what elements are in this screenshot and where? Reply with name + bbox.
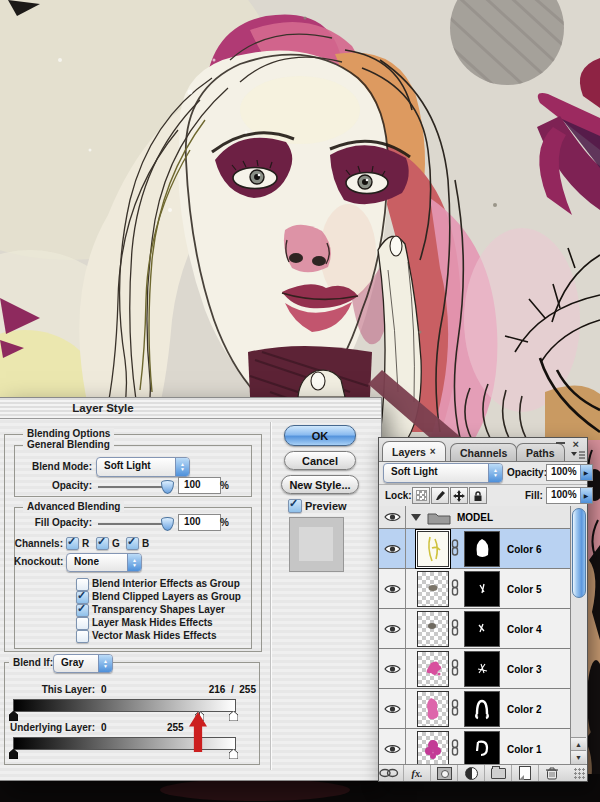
scrollbar-thumb[interactable]	[572, 508, 586, 598]
layer-row[interactable]: Color 2	[379, 689, 571, 729]
ok-button[interactable]: OK	[284, 425, 356, 446]
visibility-toggle[interactable]	[379, 689, 406, 728]
fill-opacity-field[interactable]: 100	[178, 514, 221, 531]
layer-thumbnail[interactable]	[417, 611, 449, 647]
layer-mask-hides-checkbox[interactable]	[76, 617, 89, 630]
panel-blend-mode-select[interactable]: Soft Light ▲▼	[383, 463, 503, 483]
layer-name: Color 2	[507, 703, 541, 714]
blend-mode-label: Blend Mode:	[20, 461, 92, 472]
layer-group-row[interactable]: MODEL	[379, 506, 571, 529]
layer-thumbnail[interactable]	[417, 531, 449, 567]
layer-style-dialog: Layer Style Blending Options General Ble…	[0, 397, 382, 781]
this-layer-white-slider[interactable]	[229, 711, 238, 721]
scroll-down-button[interactable]: ▼	[571, 750, 586, 764]
opacity-slider[interactable]	[98, 486, 170, 488]
close-icon[interactable]: ×	[573, 439, 579, 449]
layer-row[interactable]: Color 6	[379, 529, 571, 569]
channel-b-label: B	[142, 538, 149, 549]
delete-layer-button[interactable]	[543, 765, 561, 781]
this-layer-black-slider[interactable]	[9, 711, 18, 721]
panel-resize-grip[interactable]	[574, 768, 585, 779]
cancel-button[interactable]: Cancel	[284, 451, 356, 470]
channel-r-label: R	[82, 538, 89, 549]
tab-layers[interactable]: Layers ×	[382, 441, 446, 461]
layers-panel-toolbar: fx.	[379, 764, 587, 781]
trash-icon	[545, 766, 559, 780]
tab-channels[interactable]: Channels	[450, 443, 517, 461]
layer-mask-thumbnail[interactable]	[464, 731, 500, 764]
transparency-shapes-checkbox[interactable]	[76, 604, 89, 617]
layer-row[interactable]: Color 5	[379, 569, 571, 609]
layers-scrollbar[interactable]: ▲ ▼	[570, 506, 587, 764]
add-layer-mask-button[interactable]	[435, 765, 453, 781]
fill-label: Fill:	[525, 490, 543, 501]
layer-row[interactable]: Color 4	[379, 609, 571, 649]
expand-arrow-icon[interactable]	[411, 514, 421, 521]
visibility-toggle[interactable]	[379, 729, 406, 764]
lock-label: Lock:	[385, 490, 412, 501]
blend-opacity-row: Soft Light ▲▼ Opacity: 100% ▶	[379, 461, 587, 485]
visibility-toggle[interactable]	[379, 569, 406, 608]
visibility-toggle[interactable]	[379, 609, 406, 648]
underlying-black-slider[interactable]	[9, 749, 18, 759]
layer-mask-thumbnail[interactable]	[464, 691, 500, 727]
layer-mask-thumbnail[interactable]	[464, 611, 500, 647]
preview-swatch	[289, 517, 344, 572]
channel-g-checkbox[interactable]	[96, 537, 109, 550]
channel-b-checkbox[interactable]	[126, 537, 139, 550]
toolbar-divider	[403, 765, 404, 781]
preview-checkbox[interactable]	[288, 499, 302, 513]
lock-all-button[interactable]	[469, 487, 487, 504]
layer-mask-thumbnail[interactable]	[464, 571, 500, 607]
panel-menu-icon[interactable]	[571, 450, 585, 460]
vector-mask-hides-checkbox[interactable]	[76, 630, 89, 643]
link-layers-button[interactable]	[379, 765, 399, 781]
new-layer-icon	[519, 766, 531, 780]
layer-thumbnail[interactable]	[417, 731, 449, 764]
panel-tabbar: Layers × Channels Paths ×	[379, 438, 587, 462]
dialog-title: Layer Style	[72, 402, 133, 414]
layer-row[interactable]: Color 3	[379, 649, 571, 689]
toolbar-divider	[538, 765, 539, 781]
channel-r-checkbox[interactable]	[66, 537, 79, 550]
blend-if-select[interactable]: Gray ▲▼	[53, 654, 113, 673]
layer-thumbnail[interactable]	[417, 691, 449, 727]
new-layer-button[interactable]	[516, 765, 534, 781]
tab-channels-label: Channels	[460, 447, 507, 459]
opacity-stepper-icon[interactable]: ▶	[580, 465, 592, 480]
opacity-field[interactable]: 100	[178, 477, 221, 494]
new-style-button[interactable]: New Style...	[281, 475, 359, 494]
lock-image-button[interactable]	[431, 487, 449, 504]
knockout-select[interactable]: None ▲▼	[66, 553, 142, 572]
layer-style-button[interactable]: fx.	[408, 765, 426, 781]
panel-fill-field[interactable]: 100% ▶	[546, 487, 593, 504]
blend-clipped-label: Blend Clipped Layers as Group	[92, 591, 241, 602]
layer-mask-thumbnail[interactable]	[464, 651, 500, 687]
eye-icon	[384, 743, 401, 755]
layer-thumbnail[interactable]	[417, 571, 449, 607]
fill-stepper-icon[interactable]: ▶	[580, 488, 592, 503]
tab-close-icon[interactable]: ×	[430, 446, 436, 457]
visibility-toggle[interactable]	[379, 649, 406, 688]
blend-mode-select[interactable]: Soft Light ▲▼	[96, 457, 190, 477]
panel-opacity-field[interactable]: 100% ▶	[546, 464, 593, 481]
minimize-icon[interactable]	[556, 442, 565, 444]
visibility-toggle[interactable]	[379, 506, 406, 528]
lock-transparency-button[interactable]	[412, 487, 430, 504]
panel-fill-value: 100%	[547, 488, 580, 503]
layer-row[interactable]: Color 1	[379, 729, 571, 764]
dialog-titlebar[interactable]: Layer Style	[0, 398, 381, 419]
underlying-gradient-bar[interactable]	[13, 737, 236, 750]
underlying-white-slider[interactable]	[229, 749, 238, 759]
link-icon	[450, 659, 460, 676]
scroll-up-button[interactable]: ▲	[571, 737, 586, 751]
adjustment-layer-button[interactable]	[462, 765, 480, 781]
visibility-toggle[interactable]	[379, 529, 406, 568]
tab-paths-label: Paths	[526, 447, 555, 459]
layer-mask-thumbnail[interactable]	[464, 531, 500, 567]
layer-thumbnail[interactable]	[417, 651, 449, 687]
lock-position-button[interactable]	[450, 487, 468, 504]
tab-paths[interactable]: Paths	[516, 443, 565, 461]
new-group-button[interactable]	[489, 765, 507, 781]
fill-opacity-slider[interactable]	[98, 523, 170, 525]
